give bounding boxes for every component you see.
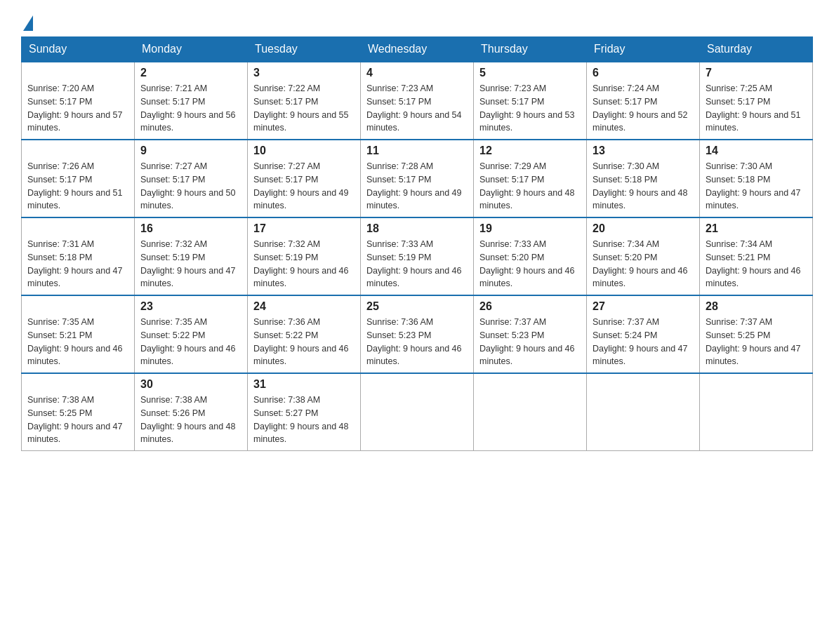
week-row-3: 15 Sunrise: 7:31 AM Sunset: 5:18 PM Dayl… — [22, 217, 813, 295]
day-number: 13 — [593, 145, 694, 157]
calendar-cell: 14 Sunrise: 7:30 AM Sunset: 5:18 PM Dayl… — [700, 140, 813, 217]
calendar-cell: 10 Sunrise: 7:27 AM Sunset: 5:17 PM Dayl… — [248, 140, 361, 217]
day-info: Sunrise: 7:35 AM Sunset: 5:21 PM Dayligh… — [27, 316, 128, 368]
day-info: Sunrise: 7:36 AM Sunset: 5:23 PM Dayligh… — [366, 316, 468, 368]
day-info: Sunrise: 7:20 AM Sunset: 5:17 PM Dayligh… — [27, 82, 128, 135]
day-info: Sunrise: 7:29 AM Sunset: 5:17 PM Dayligh… — [479, 160, 581, 213]
day-number: 6 — [593, 67, 694, 79]
header-row: SundayMondayTuesdayWednesdayThursdayFrid… — [22, 37, 813, 62]
day-info: Sunrise: 7:36 AM Sunset: 5:22 PM Dayligh… — [253, 316, 355, 368]
calendar-cell: 6 Sunrise: 7:24 AM Sunset: 5:17 PM Dayli… — [587, 62, 700, 140]
day-number: 20 — [593, 222, 694, 235]
day-number: 4 — [366, 67, 468, 79]
day-info: Sunrise: 7:38 AM Sunset: 5:27 PM Dayligh… — [253, 394, 355, 446]
header-sunday: Sunday — [22, 37, 135, 62]
calendar-cell — [700, 373, 813, 451]
calendar-cell: 16 Sunrise: 7:32 AM Sunset: 5:19 PM Dayl… — [135, 217, 248, 295]
day-number: 28 — [706, 300, 807, 313]
day-number: 11 — [366, 145, 468, 157]
calendar-table: SundayMondayTuesdayWednesdayThursdayFrid… — [21, 36, 813, 451]
week-row-5: 29 Sunrise: 7:38 AM Sunset: 5:25 PM Dayl… — [22, 373, 813, 451]
day-number: 24 — [253, 300, 355, 313]
calendar-cell: 25 Sunrise: 7:36 AM Sunset: 5:23 PM Dayl… — [361, 295, 474, 373]
calendar-cell: 31 Sunrise: 7:38 AM Sunset: 5:27 PM Dayl… — [248, 373, 361, 451]
day-number: 12 — [479, 145, 581, 157]
day-info: Sunrise: 7:34 AM Sunset: 5:21 PM Dayligh… — [706, 238, 807, 290]
calendar-cell: 5 Sunrise: 7:23 AM Sunset: 5:17 PM Dayli… — [474, 62, 587, 140]
calendar-cell: 18 Sunrise: 7:33 AM Sunset: 5:19 PM Dayl… — [361, 217, 474, 295]
day-info: Sunrise: 7:27 AM Sunset: 5:17 PM Dayligh… — [140, 160, 241, 213]
calendar-cell: 27 Sunrise: 7:37 AM Sunset: 5:24 PM Dayl… — [587, 295, 700, 373]
day-info: Sunrise: 7:37 AM Sunset: 5:25 PM Dayligh… — [706, 316, 807, 368]
day-info: Sunrise: 7:26 AM Sunset: 5:17 PM Dayligh… — [27, 160, 128, 213]
day-info: Sunrise: 7:30 AM Sunset: 5:18 PM Dayligh… — [706, 160, 807, 213]
day-number: 21 — [706, 222, 807, 235]
calendar-cell — [474, 373, 587, 451]
logo-triangle-icon — [23, 15, 33, 31]
day-number: 1 — [27, 67, 128, 79]
day-info: Sunrise: 7:24 AM Sunset: 5:17 PM Dayligh… — [593, 82, 694, 135]
calendar-cell: 2 Sunrise: 7:21 AM Sunset: 5:17 PM Dayli… — [135, 62, 248, 140]
day-number: 22 — [27, 300, 128, 313]
day-info: Sunrise: 7:30 AM Sunset: 5:18 PM Dayligh… — [593, 160, 694, 213]
day-number: 26 — [479, 300, 581, 313]
calendar-cell: 11 Sunrise: 7:28 AM Sunset: 5:17 PM Dayl… — [361, 140, 474, 217]
day-info: Sunrise: 7:23 AM Sunset: 5:17 PM Dayligh… — [366, 82, 468, 135]
calendar-cell: 28 Sunrise: 7:37 AM Sunset: 5:25 PM Dayl… — [700, 295, 813, 373]
calendar-cell — [361, 373, 474, 451]
logo — [21, 14, 33, 29]
day-info: Sunrise: 7:38 AM Sunset: 5:25 PM Dayligh… — [27, 394, 128, 446]
day-number: 15 — [27, 222, 128, 235]
day-info: Sunrise: 7:32 AM Sunset: 5:19 PM Dayligh… — [140, 238, 241, 290]
day-number: 19 — [479, 222, 581, 235]
calendar-cell: 15 Sunrise: 7:31 AM Sunset: 5:18 PM Dayl… — [22, 217, 135, 295]
day-number: 9 — [140, 145, 241, 157]
day-info: Sunrise: 7:22 AM Sunset: 5:17 PM Dayligh… — [253, 82, 355, 135]
day-number: 18 — [366, 222, 468, 235]
day-number: 8 — [27, 145, 128, 157]
day-number: 25 — [366, 300, 468, 313]
calendar-cell — [587, 373, 700, 451]
calendar-cell: 7 Sunrise: 7:25 AM Sunset: 5:17 PM Dayli… — [700, 62, 813, 140]
calendar-cell: 8 Sunrise: 7:26 AM Sunset: 5:17 PM Dayli… — [22, 140, 135, 217]
calendar-cell: 24 Sunrise: 7:36 AM Sunset: 5:22 PM Dayl… — [248, 295, 361, 373]
day-number: 31 — [253, 378, 355, 391]
week-row-4: 22 Sunrise: 7:35 AM Sunset: 5:21 PM Dayl… — [22, 295, 813, 373]
day-number: 27 — [593, 300, 694, 313]
day-number: 17 — [253, 222, 355, 235]
day-number: 3 — [253, 67, 355, 79]
day-info: Sunrise: 7:37 AM Sunset: 5:23 PM Dayligh… — [479, 316, 581, 368]
day-info: Sunrise: 7:21 AM Sunset: 5:17 PM Dayligh… — [140, 82, 241, 135]
calendar-cell: 13 Sunrise: 7:30 AM Sunset: 5:18 PM Dayl… — [587, 140, 700, 217]
header-thursday: Thursday — [474, 37, 587, 62]
day-number: 10 — [253, 145, 355, 157]
calendar-cell: 30 Sunrise: 7:38 AM Sunset: 5:26 PM Dayl… — [135, 373, 248, 451]
day-number: 16 — [140, 222, 241, 235]
calendar-cell: 9 Sunrise: 7:27 AM Sunset: 5:17 PM Dayli… — [135, 140, 248, 217]
header-friday: Friday — [587, 37, 700, 62]
day-info: Sunrise: 7:32 AM Sunset: 5:19 PM Dayligh… — [253, 238, 355, 290]
day-number: 7 — [706, 67, 807, 79]
calendar-cell: 17 Sunrise: 7:32 AM Sunset: 5:19 PM Dayl… — [248, 217, 361, 295]
header-saturday: Saturday — [700, 37, 813, 62]
day-number: 2 — [140, 67, 241, 79]
day-info: Sunrise: 7:33 AM Sunset: 5:20 PM Dayligh… — [479, 238, 581, 290]
calendar-cell: 3 Sunrise: 7:22 AM Sunset: 5:17 PM Dayli… — [248, 62, 361, 140]
calendar-cell: 22 Sunrise: 7:35 AM Sunset: 5:21 PM Dayl… — [22, 295, 135, 373]
calendar-cell: 21 Sunrise: 7:34 AM Sunset: 5:21 PM Dayl… — [700, 217, 813, 295]
header-monday: Monday — [135, 37, 248, 62]
day-info: Sunrise: 7:31 AM Sunset: 5:18 PM Dayligh… — [27, 238, 128, 290]
day-info: Sunrise: 7:35 AM Sunset: 5:22 PM Dayligh… — [140, 316, 241, 368]
day-number: 23 — [140, 300, 241, 313]
day-info: Sunrise: 7:34 AM Sunset: 5:20 PM Dayligh… — [593, 238, 694, 290]
day-number: 30 — [140, 378, 241, 391]
day-info: Sunrise: 7:23 AM Sunset: 5:17 PM Dayligh… — [479, 82, 581, 135]
day-info: Sunrise: 7:27 AM Sunset: 5:17 PM Dayligh… — [253, 160, 355, 213]
week-row-2: 8 Sunrise: 7:26 AM Sunset: 5:17 PM Dayli… — [22, 140, 813, 217]
day-number: 29 — [27, 378, 128, 391]
calendar-cell: 19 Sunrise: 7:33 AM Sunset: 5:20 PM Dayl… — [474, 217, 587, 295]
header-tuesday: Tuesday — [248, 37, 361, 62]
day-info: Sunrise: 7:38 AM Sunset: 5:26 PM Dayligh… — [140, 394, 241, 446]
day-number: 5 — [479, 67, 581, 79]
calendar-cell: 4 Sunrise: 7:23 AM Sunset: 5:17 PM Dayli… — [361, 62, 474, 140]
